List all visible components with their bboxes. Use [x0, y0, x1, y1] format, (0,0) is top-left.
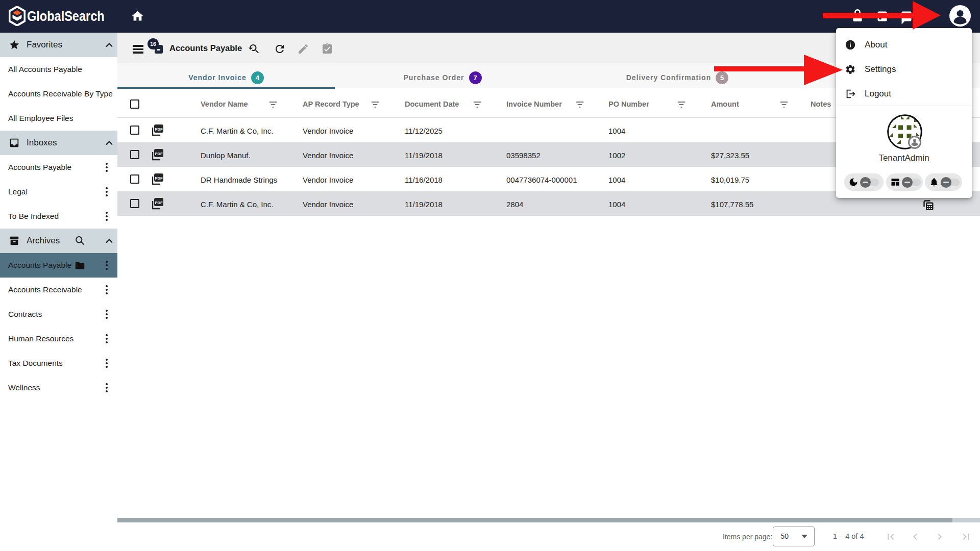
svg-text:PDF: PDF — [155, 127, 163, 132]
svg-text:PDF: PDF — [155, 201, 163, 205]
svg-text:PDF: PDF — [155, 176, 163, 181]
svg-text:PDF: PDF — [155, 152, 163, 156]
